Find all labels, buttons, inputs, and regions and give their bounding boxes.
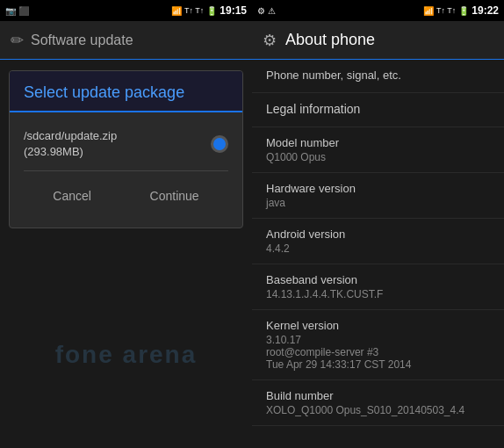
settings-notification-icon: ⚙ ⚠	[257, 6, 276, 16]
file-size: (293.98MB)	[24, 144, 117, 160]
legal-info-label: Legal information	[266, 102, 490, 116]
hardware-version-value: java	[266, 197, 490, 209]
status-time-left: 19:15	[220, 4, 247, 17]
toolbar-right: ⚙ About phone	[252, 21, 504, 60]
pencil-icon: ✏	[11, 31, 24, 50]
hardware-version-label: Hardware version	[266, 182, 490, 195]
status-bar-left: 📷 ⬛ 📶 T↑ T↑ 🔋 19:15	[0, 0, 252, 21]
baseband-version-label: Baseband version	[266, 273, 490, 286]
status-bar-right: ⚙ ⚠ 📶 T↑ T↑ 🔋 19:22	[252, 0, 504, 21]
kernel-version-item: Kernel version 3.10.17 root@compile-serv…	[252, 310, 504, 380]
toolbar-left: ✏ Software update	[0, 21, 252, 60]
phone-number-label: Phone number, signal, etc.	[266, 69, 490, 82]
build-number-value: XOLO_Q1000 Opus_S010_20140503_4.4	[266, 404, 490, 416]
notification-icons: 📷 ⬛	[5, 6, 29, 16]
continue-button[interactable]: Continue	[133, 184, 217, 208]
file-path: /sdcard/update.zip	[24, 128, 117, 144]
android-version-item: Android version 4.4.2	[252, 219, 504, 264]
baseband-version-item: Baseband version 14.13.1.J.4.4.TK.CUST.F	[252, 264, 504, 310]
status-icons-left: 📷 ⬛	[5, 6, 29, 16]
dialog-body: /sdcard/update.zip (293.98MB) Cancel Con…	[10, 112, 242, 228]
status-icons-right: ⚙ ⚠	[257, 6, 276, 16]
wifi-icon-right: 📶	[423, 6, 434, 16]
file-info: /sdcard/update.zip (293.98MB)	[24, 128, 117, 160]
gear-icon: ⚙	[263, 31, 277, 50]
dialog-actions: Cancel Continue	[24, 175, 228, 219]
toolbar-title-left: Software update	[31, 33, 133, 48]
dialog-header: Select update package	[10, 71, 242, 112]
dialog-title: Select update package	[24, 83, 228, 102]
select-update-dialog: Select update package /sdcard/update.zip…	[9, 70, 243, 228]
left-panel: 📷 ⬛ 📶 T↑ T↑ 🔋 19:15 ✏ Software update Ch…	[0, 0, 252, 448]
build-number-item: Build number XOLO_Q1000 Opus_S010_201405…	[252, 380, 504, 426]
battery-icon-right: 🔋	[458, 6, 469, 16]
file-row: /sdcard/update.zip (293.98MB)	[24, 121, 228, 167]
model-number-value: Q1000 Opus	[266, 151, 490, 163]
model-number-item: Model number Q1000 Opus	[252, 127, 504, 173]
android-version-value: 4.4.2	[266, 242, 490, 255]
model-number-label: Model number	[266, 136, 490, 149]
radio-button[interactable]	[211, 135, 228, 153]
signal-icons-right: T↑ T↑	[436, 6, 456, 15]
build-number-label: Build number	[266, 389, 490, 402]
kernel-version-label: Kernel version	[266, 319, 490, 332]
right-panel: ⚙ ⚠ 📶 T↑ T↑ 🔋 19:22 ⚙ About phone Phone …	[252, 0, 504, 448]
baseband-version-value: 14.13.1.J.4.4.TK.CUST.F	[266, 288, 490, 300]
dialog-divider	[24, 170, 228, 171]
phone-number-item[interactable]: Phone number, signal, etc.	[252, 60, 504, 93]
toolbar-title-right: About phone	[285, 31, 375, 49]
signal-icons: T↑ T↑	[184, 6, 204, 15]
kernel-version-value: 3.10.17 root@compile-server #3 Tue Apr 2…	[266, 334, 490, 371]
wifi-icon: 📶	[171, 6, 182, 16]
watermark: fone arena	[55, 341, 198, 369]
hardware-version-item: Hardware version java	[252, 173, 504, 219]
android-version-label: Android version	[266, 228, 490, 241]
battery-icon: 🔋	[206, 6, 217, 16]
cancel-button[interactable]: Cancel	[35, 184, 109, 208]
status-time-right: 19:22	[472, 4, 499, 17]
legal-info-item[interactable]: Legal information	[252, 93, 504, 127]
about-list: Phone number, signal, etc. Legal informa…	[252, 60, 504, 448]
